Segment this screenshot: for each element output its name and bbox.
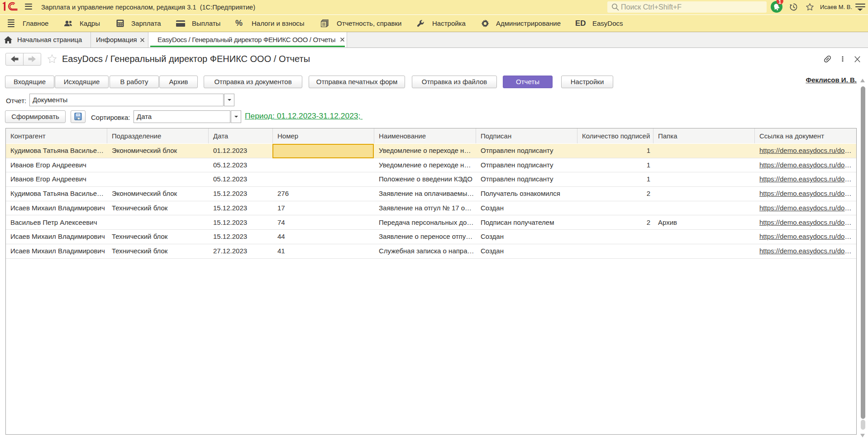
svg-text:1: 1 — [778, 0, 782, 5]
